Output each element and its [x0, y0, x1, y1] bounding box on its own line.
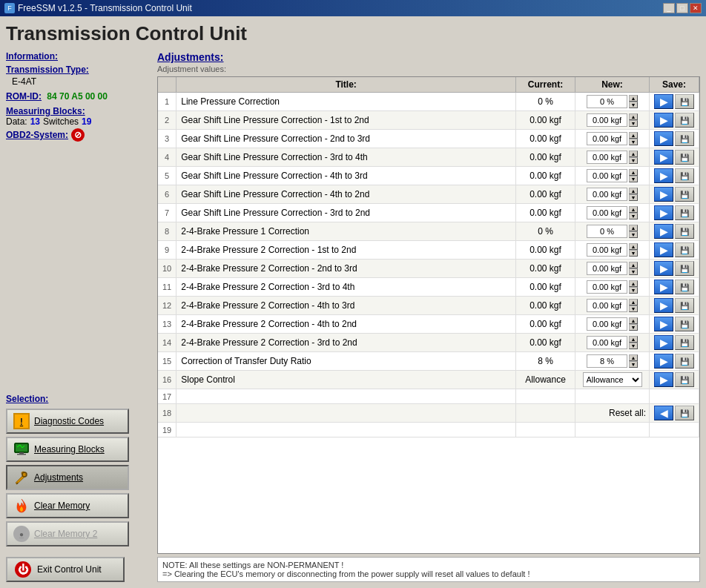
spinner-down-button[interactable]: ▼: [629, 287, 638, 294]
spinner-up-button[interactable]: ▲: [629, 262, 638, 268]
apply-button[interactable]: ▶: [654, 205, 673, 220]
spinner-up-button[interactable]: ▲: [629, 299, 638, 305]
new-value-input[interactable]: [587, 95, 627, 108]
new-value-input[interactable]: [587, 243, 627, 257]
row-new[interactable]: ▲ ▼: [575, 93, 650, 111]
apply-button[interactable]: ▶: [654, 280, 673, 294]
spinner-down-button[interactable]: ▼: [629, 268, 638, 275]
row-new[interactable]: ▲ ▼: [575, 334, 650, 352]
apply-button[interactable]: ▶: [654, 94, 673, 109]
spinner-down-button[interactable]: ▼: [629, 176, 638, 182]
row-new[interactable]: ▲ ▼: [575, 352, 650, 371]
spinner-down-button[interactable]: ▼: [629, 157, 638, 164]
apply-button[interactable]: ▶: [654, 354, 673, 369]
apply-button[interactable]: ▶: [654, 168, 673, 183]
row-new[interactable]: ▲ ▼: [575, 278, 650, 297]
row-new[interactable]: ▲ ▼: [575, 204, 650, 222]
new-value-input[interactable]: [587, 336, 627, 349]
diagnostic-codes-button[interactable]: ! Diagnostic Codes: [6, 409, 129, 434]
row-new[interactable]: Allowance: [575, 371, 650, 389]
apply-button[interactable]: ▶: [654, 298, 673, 313]
spinner-down-button[interactable]: ▼: [629, 361, 638, 368]
new-value-input[interactable]: [587, 280, 627, 294]
spinner-up-button[interactable]: ▲: [629, 243, 638, 250]
save-button[interactable]: 💾: [675, 94, 694, 109]
reset-all-button[interactable]: ◀: [654, 406, 673, 420]
row-new[interactable]: ▲ ▼: [575, 315, 650, 334]
new-value-input[interactable]: [587, 206, 627, 219]
apply-button[interactable]: ▶: [654, 150, 673, 165]
apply-button[interactable]: ▶: [654, 317, 673, 331]
save-button[interactable]: 💾: [675, 317, 694, 331]
new-value-input[interactable]: [587, 354, 627, 368]
save-button[interactable]: 💾: [675, 168, 694, 183]
save-button[interactable]: 💾: [675, 354, 694, 369]
spinner-down-button[interactable]: ▼: [629, 250, 638, 257]
apply-button[interactable]: ▶: [654, 224, 673, 239]
new-value-input[interactable]: [587, 317, 627, 331]
row-new[interactable]: ▲ ▼: [575, 148, 650, 167]
save-button[interactable]: 💾: [675, 335, 694, 350]
spinner-down-button[interactable]: ▼: [629, 120, 638, 127]
spinner-up-button[interactable]: ▲: [629, 188, 638, 194]
new-value-input[interactable]: [587, 299, 627, 312]
exit-button[interactable]: ⏻ Exit Control Unit: [6, 557, 125, 582]
spinner-down-button[interactable]: ▼: [629, 231, 638, 238]
spinner-down-button[interactable]: ▼: [629, 194, 638, 201]
new-value-input[interactable]: [587, 225, 627, 238]
apply-button[interactable]: ▶: [654, 261, 673, 276]
row-new[interactable]: ▲ ▼: [575, 241, 650, 260]
row-new[interactable]: ▲ ▼: [575, 222, 650, 241]
row-new[interactable]: ▲ ▼: [575, 297, 650, 315]
save-button[interactable]: 💾: [675, 280, 694, 294]
row-new[interactable]: ▲ ▼: [575, 167, 650, 185]
save-button[interactable]: 💾: [675, 150, 694, 165]
apply-button[interactable]: ▶: [654, 372, 673, 387]
save-button[interactable]: 💾: [675, 205, 694, 220]
save-button[interactable]: 💾: [675, 372, 694, 387]
save-button[interactable]: 💾: [675, 224, 694, 239]
save-button[interactable]: 💾: [675, 187, 694, 202]
measuring-blocks-button[interactable]: Measuring Blocks: [6, 437, 129, 462]
reset-all-save-button[interactable]: 💾: [675, 406, 694, 420]
new-value-select[interactable]: Allowance: [583, 372, 642, 387]
row-new[interactable]: ▲ ▼: [575, 111, 650, 130]
apply-button[interactable]: ▶: [654, 335, 673, 350]
spinner-down-button[interactable]: ▼: [629, 139, 638, 145]
new-value-input[interactable]: [587, 169, 627, 182]
apply-button[interactable]: ▶: [654, 131, 673, 146]
save-button[interactable]: 💾: [675, 242, 694, 257]
row-new[interactable]: ▲ ▼: [575, 260, 650, 278]
spinner-up-button[interactable]: ▲: [629, 317, 638, 324]
clear-memory-button[interactable]: Clear Memory: [6, 493, 129, 518]
save-button[interactable]: 💾: [675, 261, 694, 276]
adjustments-button[interactable]: Adjustments: [6, 465, 129, 490]
new-value-input[interactable]: [587, 188, 627, 201]
title-bar-buttons[interactable]: _ □ ✕: [663, 3, 702, 13]
spinner-up-button[interactable]: ▲: [629, 280, 638, 287]
spinner-up-button[interactable]: ▲: [629, 132, 638, 139]
new-value-input[interactable]: [587, 132, 627, 145]
save-button[interactable]: 💾: [675, 113, 694, 128]
spinner-down-button[interactable]: ▼: [629, 305, 638, 312]
apply-button[interactable]: ▶: [654, 242, 673, 257]
maximize-button[interactable]: □: [676, 3, 688, 13]
save-button[interactable]: 💾: [675, 298, 694, 313]
spinner-down-button[interactable]: ▼: [629, 324, 638, 331]
spinner-up-button[interactable]: ▲: [629, 206, 638, 213]
spinner-up-button[interactable]: ▲: [629, 113, 638, 120]
new-value-input[interactable]: [587, 113, 627, 127]
row-new[interactable]: ▲ ▼: [575, 185, 650, 204]
minimize-button[interactable]: _: [663, 3, 675, 13]
close-button[interactable]: ✕: [690, 3, 702, 13]
spinner-up-button[interactable]: ▲: [629, 225, 638, 231]
row-new[interactable]: ▲ ▼: [575, 130, 650, 148]
spinner-up-button[interactable]: ▲: [629, 169, 638, 176]
new-value-input[interactable]: [587, 151, 627, 164]
spinner-up-button[interactable]: ▲: [629, 336, 638, 343]
spinner-down-button[interactable]: ▼: [629, 213, 638, 219]
adjustments-table-container[interactable]: Title: Current: New: Save: 1 Line Pressu…: [157, 76, 700, 554]
apply-button[interactable]: ▶: [654, 113, 673, 128]
new-value-input[interactable]: [587, 262, 627, 275]
clear-memory-2-button[interactable]: ● Clear Memory 2: [6, 521, 129, 546]
